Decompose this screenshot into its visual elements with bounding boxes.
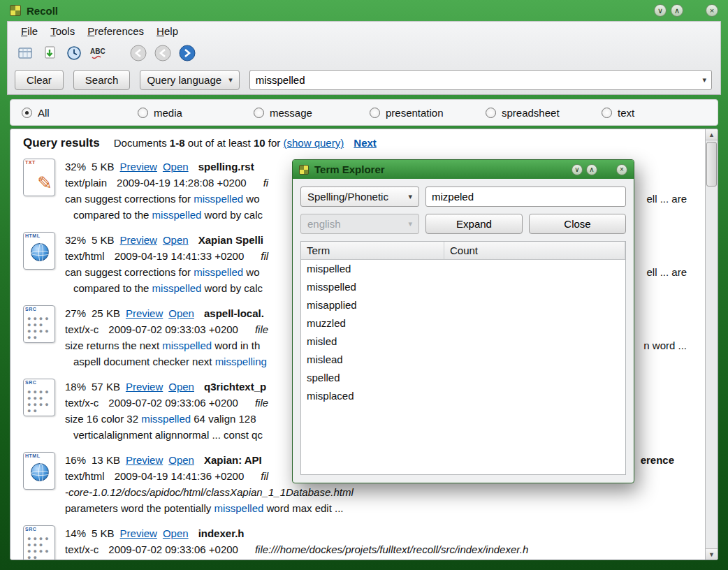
term-row[interactable]: misplaced [301, 387, 625, 405]
menu-help[interactable]: Help [150, 24, 184, 38]
punchcard-dots: ●●●●●●●●●●●●● [27, 316, 52, 341]
filter-spreadsheet[interactable]: spreadsheet [486, 107, 602, 119]
menu-file[interactable]: File [15, 24, 44, 38]
dialog-body: Spelling/Phonetic ▾ english ▾ Expand Clo… [293, 179, 634, 483]
filter-text[interactable]: text [602, 107, 718, 119]
window-chrome: File Tools Preferences Help ABC [7, 21, 721, 95]
results-scrollbar[interactable]: ▲ ▼ [705, 129, 718, 560]
result-title: Xapian: API [204, 454, 262, 466]
chevron-down-icon[interactable]: ▾ [702, 75, 706, 85]
term-row[interactable]: muzzled [301, 314, 625, 332]
preview-link[interactable]: Preview [126, 381, 163, 393]
close-button[interactable]: Close [529, 214, 626, 234]
snippet-line: parameters word the potentially misspell… [65, 500, 705, 516]
scroll-up-icon[interactable]: ▲ [706, 129, 718, 140]
file-size: 5 KB [92, 527, 115, 539]
term-input[interactable] [425, 187, 626, 207]
svg-text:ABC: ABC [90, 48, 105, 55]
page-next-icon[interactable] [178, 44, 196, 62]
search-button[interactable]: Search [73, 70, 131, 90]
html-file-icon: HTML [23, 232, 55, 270]
term-row[interactable]: misapplied [301, 296, 625, 314]
pencil-icon: ✎ [37, 173, 52, 194]
radio-icon[interactable] [370, 108, 380, 118]
relevance: 16% [65, 454, 86, 466]
source-file-icon: SRC ●●●●●●●●●●●●● [23, 305, 55, 343]
radio-icon[interactable] [138, 108, 148, 118]
relevance: 18% [65, 381, 86, 393]
language-combo: english ▾ [300, 214, 419, 234]
chevron-down-icon: ▾ [228, 75, 233, 85]
filter-all[interactable]: All [22, 107, 138, 119]
scrollbar-thumb[interactable] [706, 142, 717, 187]
open-link[interactable]: Open [163, 161, 189, 173]
result-url-line: -core-1.0.12/docs/apidoc/html/classXapia… [65, 484, 705, 500]
category-filter-bar: All media message presentation spreadshe… [10, 99, 718, 126]
result-title: spelling.rst [198, 161, 254, 173]
shade-window-button[interactable]: ∨ [654, 4, 667, 17]
term-table-header: Term Count [301, 242, 625, 260]
term-row[interactable]: mispelled [301, 260, 625, 278]
scroll-down-icon[interactable]: ▼ [706, 548, 718, 560]
query-input[interactable] [249, 70, 712, 90]
expand-button[interactable]: Expand [425, 214, 523, 234]
term-row[interactable]: misspelled [301, 278, 625, 296]
term-column-header[interactable]: Term [301, 242, 444, 259]
page-prev-icon[interactable] [154, 44, 172, 62]
radio-icon[interactable] [254, 108, 264, 118]
query-mode-combo[interactable]: Query language ▾ [140, 70, 239, 90]
filter-message[interactable]: message [254, 107, 370, 119]
window-titlebar: Recoll ∨ ∧ × [0, 0, 728, 21]
shade-window-button[interactable]: ∨ [572, 164, 583, 175]
globe-icon [31, 243, 49, 261]
filter-presentation[interactable]: presentation [370, 107, 486, 119]
menu-preferences[interactable]: Preferences [81, 24, 150, 38]
count-column-header[interactable]: Count [444, 242, 625, 259]
open-link[interactable]: Open [168, 307, 194, 319]
save-query-icon[interactable] [41, 44, 59, 62]
term-row[interactable]: spelled [301, 369, 625, 387]
result-meta-line: text/x-c2009-07-02 09:33:06 +0200file://… [65, 541, 705, 557]
open-link[interactable]: Open [163, 527, 189, 539]
app-icon [10, 5, 21, 16]
expansion-mode-combo[interactable]: Spelling/Phonetic ▾ [300, 187, 419, 207]
query-mode-label: Query language [147, 74, 221, 86]
page-first-icon[interactable] [129, 44, 147, 62]
preview-link[interactable]: Preview [126, 454, 163, 466]
term-row[interactable]: misled [301, 332, 625, 351]
open-link[interactable]: Open [168, 381, 194, 393]
term-row[interactable]: mislead [301, 351, 625, 369]
preview-link[interactable]: Preview [120, 527, 157, 539]
clear-button[interactable]: Clear [15, 70, 64, 90]
preview-link[interactable]: Preview [126, 307, 163, 319]
show-query-link[interactable]: (show query) [283, 137, 344, 149]
preview-link[interactable]: Preview [120, 161, 157, 173]
result-url: file [255, 397, 268, 409]
recoll-window: Recoll ∨ ∧ × File Tools Preferences Help [0, 0, 728, 570]
next-page-link[interactable]: Next [354, 137, 377, 149]
unshade-window-button[interactable]: ∧ [586, 164, 597, 175]
menu-tools[interactable]: Tools [44, 24, 81, 38]
open-link[interactable]: Open [168, 454, 194, 466]
radio-icon[interactable] [22, 108, 32, 118]
chevron-down-icon: ▾ [408, 192, 412, 201]
dialog-titlebar[interactable]: Term Explorer ∨ ∧ × [293, 160, 634, 179]
relevance: 14% [65, 527, 86, 539]
history-clock-icon[interactable] [65, 44, 83, 62]
radio-icon[interactable] [602, 108, 612, 118]
close-window-button[interactable]: × [706, 4, 718, 17]
spellcheck-icon[interactable]: ABC [89, 44, 108, 62]
results-range: 1-8 [170, 137, 185, 149]
close-window-button[interactable]: × [616, 164, 627, 175]
open-link[interactable]: Open [163, 234, 189, 246]
result-title: aspell-local. [204, 307, 264, 319]
file-size: 5 KB [92, 161, 115, 173]
radio-icon[interactable] [486, 108, 496, 118]
unshade-window-button[interactable]: ∧ [671, 4, 683, 17]
erase-search-icon[interactable] [16, 44, 34, 62]
text-file-icon: TXT ✎ [23, 159, 55, 196]
filter-media[interactable]: media [138, 107, 254, 119]
filter-label: presentation [386, 107, 444, 119]
result-title: q3richtext_p [204, 381, 266, 393]
preview-link[interactable]: Preview [120, 234, 157, 246]
